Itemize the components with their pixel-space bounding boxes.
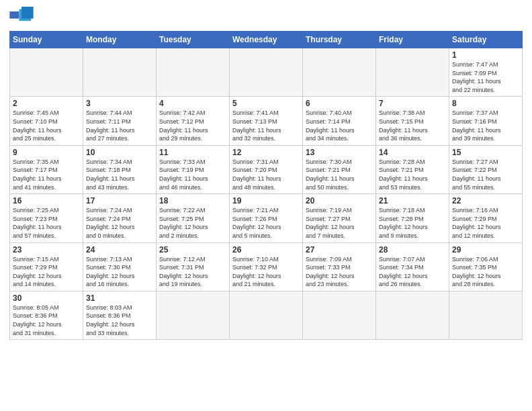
calendar-week-row: 2Sunrise: 7:45 AM Sunset: 7:10 PM Daylig… xyxy=(10,97,523,145)
day-number: 4 xyxy=(159,99,226,108)
calendar-day-cell: 18Sunrise: 7:22 AM Sunset: 7:25 PM Dayli… xyxy=(157,194,230,242)
calendar-day-cell: 7Sunrise: 7:38 AM Sunset: 7:15 PM Daylig… xyxy=(376,97,449,145)
calendar-day-cell: 31Sunrise: 8:03 AM Sunset: 8:36 PM Dayli… xyxy=(83,291,157,339)
day-number: 27 xyxy=(306,245,373,255)
day-number: 19 xyxy=(232,196,300,205)
weekday-header-thursday: Thursday xyxy=(303,32,376,48)
day-number: 10 xyxy=(86,148,153,157)
day-number: 3 xyxy=(86,99,153,108)
calendar-day-cell: 23Sunrise: 7:15 AM Sunset: 7:29 PM Dayli… xyxy=(10,242,83,291)
calendar-day-cell: 12Sunrise: 7:31 AM Sunset: 7:20 PM Dayli… xyxy=(230,145,303,193)
day-info: Sunrise: 7:15 AM Sunset: 7:29 PM Dayligh… xyxy=(13,255,80,289)
day-info: Sunrise: 7:22 AM Sunset: 7:25 PM Dayligh… xyxy=(159,206,226,240)
day-info: Sunrise: 7:09 AM Sunset: 7:33 PM Dayligh… xyxy=(306,255,373,289)
day-info: Sunrise: 7:10 AM Sunset: 7:32 PM Dayligh… xyxy=(232,255,300,289)
day-info: Sunrise: 7:27 AM Sunset: 7:22 PM Dayligh… xyxy=(452,158,519,191)
calendar-week-row: 1Sunrise: 7:47 AM Sunset: 7:09 PM Daylig… xyxy=(10,48,523,97)
calendar-day-cell: 2Sunrise: 7:45 AM Sunset: 7:10 PM Daylig… xyxy=(10,97,83,145)
weekday-header-monday: Monday xyxy=(83,32,157,48)
day-number: 7 xyxy=(379,99,446,108)
calendar-day-cell xyxy=(230,291,303,339)
calendar-day-cell: 13Sunrise: 7:30 AM Sunset: 7:21 PM Dayli… xyxy=(303,145,376,193)
day-number: 31 xyxy=(86,293,153,303)
calendar-day-cell: 5Sunrise: 7:41 AM Sunset: 7:13 PM Daylig… xyxy=(230,97,303,145)
weekday-header-saturday: Saturday xyxy=(449,32,523,48)
calendar: SundayMondayTuesdayWednesdayThursdayFrid… xyxy=(9,31,523,340)
calendar-day-cell: 22Sunrise: 7:16 AM Sunset: 7:29 PM Dayli… xyxy=(449,194,523,242)
day-info: Sunrise: 7:28 AM Sunset: 7:21 PM Dayligh… xyxy=(379,158,446,191)
day-number: 20 xyxy=(306,196,373,205)
calendar-day-cell xyxy=(376,48,449,97)
calendar-day-cell: 30Sunrise: 8:05 AM Sunset: 8:36 PM Dayli… xyxy=(10,291,83,339)
calendar-day-cell: 26Sunrise: 7:10 AM Sunset: 7:32 PM Dayli… xyxy=(230,242,303,291)
day-number: 14 xyxy=(379,148,446,157)
calendar-day-cell: 14Sunrise: 7:28 AM Sunset: 7:21 PM Dayli… xyxy=(376,145,449,193)
calendar-day-cell xyxy=(83,48,157,97)
calendar-day-cell: 28Sunrise: 7:07 AM Sunset: 7:34 PM Dayli… xyxy=(376,242,449,291)
calendar-day-cell: 21Sunrise: 7:18 AM Sunset: 7:28 PM Dayli… xyxy=(376,194,449,242)
day-info: Sunrise: 7:16 AM Sunset: 7:29 PM Dayligh… xyxy=(452,206,519,240)
day-info: Sunrise: 7:44 AM Sunset: 7:11 PM Dayligh… xyxy=(86,109,153,142)
calendar-day-cell: 20Sunrise: 7:19 AM Sunset: 7:27 PM Dayli… xyxy=(303,194,376,242)
calendar-day-cell: 3Sunrise: 7:44 AM Sunset: 7:11 PM Daylig… xyxy=(83,97,157,145)
day-number: 26 xyxy=(232,245,300,255)
calendar-day-cell xyxy=(449,291,523,339)
day-info: Sunrise: 7:41 AM Sunset: 7:13 PM Dayligh… xyxy=(232,109,300,142)
day-number: 25 xyxy=(159,245,226,255)
calendar-day-cell: 6Sunrise: 7:40 AM Sunset: 7:14 PM Daylig… xyxy=(303,97,376,145)
day-number: 6 xyxy=(306,99,373,108)
day-number: 1 xyxy=(452,50,519,60)
day-info: Sunrise: 8:03 AM Sunset: 8:36 PM Dayligh… xyxy=(86,304,153,337)
weekday-header-wednesday: Wednesday xyxy=(230,32,303,48)
calendar-day-cell xyxy=(303,291,376,339)
page: SundayMondayTuesdayWednesdayThursdayFrid… xyxy=(0,0,532,349)
calendar-week-row: 16Sunrise: 7:25 AM Sunset: 7:23 PM Dayli… xyxy=(10,194,523,242)
day-info: Sunrise: 7:33 AM Sunset: 7:19 PM Dayligh… xyxy=(159,158,226,191)
calendar-day-cell: 15Sunrise: 7:27 AM Sunset: 7:22 PM Dayli… xyxy=(449,145,523,193)
calendar-week-row: 30Sunrise: 8:05 AM Sunset: 8:36 PM Dayli… xyxy=(10,291,523,339)
calendar-day-cell: 1Sunrise: 7:47 AM Sunset: 7:09 PM Daylig… xyxy=(449,48,523,97)
calendar-day-cell: 8Sunrise: 7:37 AM Sunset: 7:16 PM Daylig… xyxy=(449,97,523,145)
day-info: Sunrise: 7:42 AM Sunset: 7:12 PM Dayligh… xyxy=(159,109,226,142)
svg-marker-2 xyxy=(21,7,34,19)
generalblue-icon xyxy=(9,7,34,27)
day-info: Sunrise: 7:34 AM Sunset: 7:18 PM Dayligh… xyxy=(86,158,153,191)
calendar-week-row: 9Sunrise: 7:35 AM Sunset: 7:17 PM Daylig… xyxy=(10,145,523,193)
day-number: 16 xyxy=(13,196,80,205)
calendar-day-cell: 27Sunrise: 7:09 AM Sunset: 7:33 PM Dayli… xyxy=(303,242,376,291)
day-info: Sunrise: 7:06 AM Sunset: 7:35 PM Dayligh… xyxy=(452,255,519,289)
weekday-header-sunday: Sunday xyxy=(10,32,83,48)
day-info: Sunrise: 7:47 AM Sunset: 7:09 PM Dayligh… xyxy=(452,60,519,94)
calendar-day-cell xyxy=(230,48,303,97)
day-number: 13 xyxy=(306,148,373,157)
calendar-day-cell: 19Sunrise: 7:21 AM Sunset: 7:26 PM Dayli… xyxy=(230,194,303,242)
day-number: 8 xyxy=(452,99,519,108)
day-info: Sunrise: 7:24 AM Sunset: 7:24 PM Dayligh… xyxy=(86,206,153,240)
header xyxy=(9,7,523,27)
day-number: 2 xyxy=(13,99,80,108)
calendar-day-cell xyxy=(157,291,230,339)
day-info: Sunrise: 7:13 AM Sunset: 7:30 PM Dayligh… xyxy=(86,255,153,289)
day-info: Sunrise: 7:38 AM Sunset: 7:15 PM Dayligh… xyxy=(379,109,446,142)
day-info: Sunrise: 7:25 AM Sunset: 7:23 PM Dayligh… xyxy=(13,206,80,240)
day-number: 24 xyxy=(86,245,153,255)
day-info: Sunrise: 8:05 AM Sunset: 8:36 PM Dayligh… xyxy=(13,304,80,337)
calendar-day-cell: 9Sunrise: 7:35 AM Sunset: 7:17 PM Daylig… xyxy=(10,145,83,193)
day-number: 9 xyxy=(13,148,80,157)
calendar-day-cell xyxy=(303,48,376,97)
logo xyxy=(9,7,36,27)
calendar-day-cell xyxy=(157,48,230,97)
day-number: 28 xyxy=(379,245,446,255)
day-number: 15 xyxy=(452,148,519,157)
calendar-day-cell: 24Sunrise: 7:13 AM Sunset: 7:30 PM Dayli… xyxy=(83,242,157,291)
calendar-day-cell: 29Sunrise: 7:06 AM Sunset: 7:35 PM Dayli… xyxy=(449,242,523,291)
day-number: 21 xyxy=(379,196,446,205)
day-info: Sunrise: 7:12 AM Sunset: 7:31 PM Dayligh… xyxy=(159,255,226,289)
calendar-day-cell: 11Sunrise: 7:33 AM Sunset: 7:19 PM Dayli… xyxy=(157,145,230,193)
day-info: Sunrise: 7:21 AM Sunset: 7:26 PM Dayligh… xyxy=(232,206,300,240)
day-info: Sunrise: 7:31 AM Sunset: 7:20 PM Dayligh… xyxy=(232,158,300,191)
day-number: 29 xyxy=(452,245,519,255)
day-number: 12 xyxy=(232,148,300,157)
calendar-day-cell: 17Sunrise: 7:24 AM Sunset: 7:24 PM Dayli… xyxy=(83,194,157,242)
calendar-day-cell: 16Sunrise: 7:25 AM Sunset: 7:23 PM Dayli… xyxy=(10,194,83,242)
